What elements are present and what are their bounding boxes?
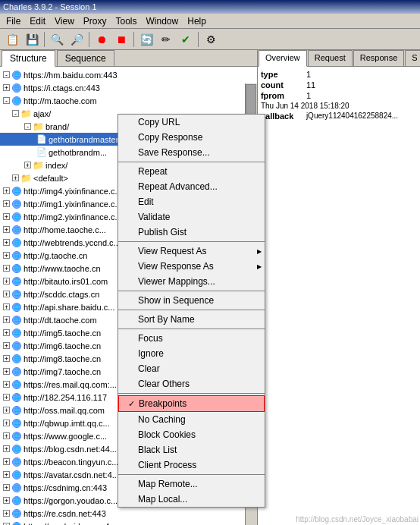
- ctx-sort-by-name[interactable]: Sort By Name: [118, 312, 265, 327]
- expand-icon[interactable]: -: [12, 110, 19, 117]
- ctx-repeat[interactable]: Repeat: [118, 164, 265, 179]
- expand-icon[interactable]: +: [3, 316, 10, 323]
- tab-response[interactable]: Response: [353, 50, 405, 66]
- ctx-client-process[interactable]: Client Process: [118, 457, 265, 473]
- stop-btn[interactable]: ⏹: [112, 30, 130, 49]
- ctx-repeat-advanced[interactable]: Repeat Advanced...: [118, 179, 265, 194]
- expand-icon[interactable]: +: [24, 162, 31, 168]
- check-btn[interactable]: ✔: [177, 30, 195, 49]
- tree-item[interactable]: - 🌐 https://hm.baidu.com:443: [0, 68, 257, 81]
- find-btn[interactable]: 🔍: [48, 30, 66, 49]
- expand-icon[interactable]: +: [3, 342, 10, 349]
- ctx-publish-gist[interactable]: Publish Gist: [118, 225, 265, 240]
- expand-icon[interactable]: -: [3, 71, 10, 78]
- refresh-btn[interactable]: 🔄: [137, 30, 155, 49]
- tab-structure[interactable]: Structure: [2, 50, 55, 67]
- globe-icon: 🌐: [11, 495, 22, 506]
- ctx-viewer-mappings[interactable]: Viewer Mappings...: [118, 274, 265, 289]
- ctx-validate[interactable]: Validate: [118, 209, 265, 225]
- settings-btn[interactable]: ⚙: [202, 30, 220, 49]
- menu-window[interactable]: Window: [142, 14, 183, 28]
- right-row: fprom 1: [261, 91, 420, 100]
- ctx-clear[interactable]: Clear: [118, 361, 265, 376]
- tab-s[interactable]: S: [405, 50, 420, 66]
- new-session-btn[interactable]: 📋: [3, 30, 21, 49]
- expand-icon[interactable]: +: [3, 329, 10, 336]
- expand-icon[interactable]: -: [24, 123, 31, 130]
- folder-icon: 📁: [33, 160, 44, 171]
- menu-proxy[interactable]: Proxy: [79, 14, 111, 28]
- menu-tools[interactable]: Tools: [111, 14, 142, 28]
- expand-icon[interactable]: +: [3, 484, 10, 491]
- ctx-separator-7: [118, 474, 265, 475]
- expand-icon[interactable]: +: [3, 355, 10, 362]
- expand-icon[interactable]: +: [3, 187, 10, 194]
- expand-icon[interactable]: +: [3, 407, 10, 413]
- tree-item[interactable]: - 🌐 http://m.taoche.com: [0, 94, 257, 107]
- menu-edit[interactable]: Edit: [25, 14, 50, 28]
- ctx-map-remote[interactable]: Map Remote...: [118, 476, 265, 492]
- menu-view[interactable]: View: [50, 14, 79, 28]
- save-btn[interactable]: 💾: [23, 30, 41, 49]
- expand-icon[interactable]: +: [3, 278, 10, 285]
- expand-icon[interactable]: +: [3, 458, 10, 465]
- ctx-save-response[interactable]: Save Response...: [118, 145, 265, 160]
- ctx-edit[interactable]: Edit: [118, 194, 265, 209]
- ctx-view-request-as[interactable]: View Request As: [118, 244, 265, 259]
- ctx-show-in-sequence[interactable]: Show in Sequence: [118, 293, 265, 308]
- scrollbar-thumb[interactable]: [246, 84, 256, 115]
- tree-item[interactable]: + 🌐 https://i.ctags.cn:443: [0, 81, 257, 94]
- expand-icon[interactable]: +: [3, 291, 10, 297]
- tab-sequence[interactable]: Sequence: [57, 50, 114, 66]
- ctx-breakpoints[interactable]: ✓ Breakpoints: [118, 395, 265, 412]
- tree-item[interactable]: + 🌐 https://pos.baidu.com:4...: [0, 520, 257, 525]
- file-icon: 📄: [36, 147, 47, 157]
- expand-icon[interactable]: +: [3, 213, 10, 220]
- tree-item-label: http://img1.yixinfinance.c...: [24, 200, 122, 209]
- expand-icon[interactable]: +: [3, 303, 10, 310]
- expand-icon[interactable]: +: [12, 174, 19, 181]
- ctx-block-cookies[interactable]: Block Cookies: [118, 427, 265, 442]
- ctx-black-list[interactable]: Black List: [118, 442, 265, 457]
- expand-icon[interactable]: +: [3, 394, 10, 401]
- menu-file[interactable]: File: [2, 14, 25, 28]
- ctx-no-caching[interactable]: No Caching: [118, 412, 265, 427]
- globe-icon: 🌐: [11, 470, 22, 480]
- tree-item-label: https://pos.baidu.com:4...: [24, 522, 117, 526]
- expand-icon[interactable]: +: [3, 200, 10, 207]
- expand-icon[interactable]: +: [3, 497, 10, 504]
- tab-request[interactable]: Request: [308, 50, 353, 66]
- expand-icon[interactable]: +: [3, 368, 10, 375]
- expand-icon[interactable]: +: [3, 252, 10, 259]
- record-btn[interactable]: ⏺: [92, 30, 111, 49]
- tree-item-label: http://182.254.116.117: [24, 393, 107, 402]
- expand-icon[interactable]: +: [3, 445, 10, 452]
- expand-icon[interactable]: +: [3, 226, 10, 233]
- ctx-separator-1: [118, 162, 265, 162]
- expand-icon[interactable]: +: [3, 420, 10, 426]
- expand-icon[interactable]: +: [3, 432, 10, 439]
- tree-item[interactable]: + 🌐 https://re.csdn.net:443: [0, 507, 257, 520]
- ctx-copy-url[interactable]: Copy URL: [118, 115, 265, 130]
- expand-icon[interactable]: -: [3, 97, 10, 104]
- ctx-view-response-as[interactable]: View Response As: [118, 259, 265, 274]
- menu-help[interactable]: Help: [183, 14, 211, 28]
- ctx-ignore[interactable]: Ignore: [118, 346, 265, 361]
- edit-btn[interactable]: ✏: [157, 30, 175, 49]
- expand-icon[interactable]: +: [3, 510, 10, 517]
- ctx-clear-others[interactable]: Clear Others: [118, 376, 265, 391]
- expand-icon[interactable]: +: [3, 239, 10, 246]
- expand-icon[interactable]: +: [3, 265, 10, 272]
- filter-btn[interactable]: 🔎: [67, 30, 86, 49]
- expand-icon[interactable]: +: [3, 84, 10, 91]
- expand-icon[interactable]: +: [3, 381, 10, 388]
- ctx-focus[interactable]: Focus: [118, 331, 265, 346]
- right-content: type 1 count 11 fprom 1 Thu Jun 14 2018 …: [258, 67, 420, 125]
- tab-overview[interactable]: Overview: [259, 50, 307, 67]
- tree-item-label: https://re.csdn.net:443: [24, 509, 106, 518]
- ctx-map-local[interactable]: Map Local...: [118, 492, 265, 507]
- expand-icon[interactable]: +: [3, 471, 10, 478]
- right-panel: Overview Request Response S type 1 count…: [258, 50, 420, 525]
- tree-item-label: https://gorgon.youdao.c...: [24, 496, 118, 505]
- ctx-copy-response[interactable]: Copy Response: [118, 130, 265, 145]
